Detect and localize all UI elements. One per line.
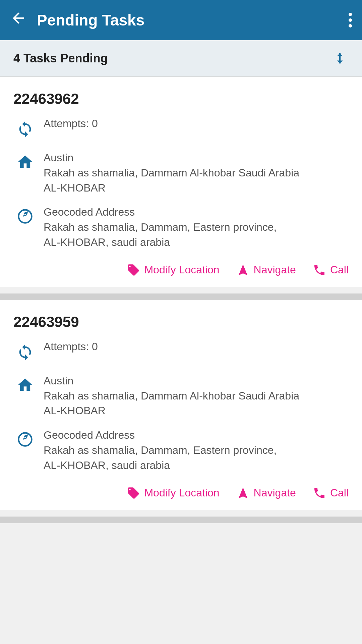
address-row: Austin Rakah as shamalia, Dammam Al-khob… xyxy=(13,373,349,418)
task-actions: Modify Location Navigate Call xyxy=(13,483,349,500)
address-line2: AL-KHOBAR xyxy=(44,403,349,418)
tasks-count-label: 4 Tasks Pending xyxy=(13,51,108,65)
refresh-icon xyxy=(13,340,37,364)
navigate-label: Navigate xyxy=(254,264,296,276)
card-divider xyxy=(0,293,362,300)
call-label: Call xyxy=(330,487,349,499)
modify-location-label: Modify Location xyxy=(144,487,219,499)
geocoded-row: Geocoded Address Rakah as shamalia, Damm… xyxy=(13,205,349,250)
attempts-value: Attempts: 0 xyxy=(44,117,349,130)
back-button[interactable] xyxy=(10,10,27,31)
attempts-row: Attempts: 0 xyxy=(13,340,349,364)
task-id: 22463962 xyxy=(13,91,349,107)
navigate-button[interactable]: Navigate xyxy=(236,263,296,277)
geocoded-text: Geocoded Address Rakah as shamalia, Damm… xyxy=(44,205,349,250)
task-card: 22463962 Attempts: 0 Austin Rakah as sha… xyxy=(0,77,362,287)
address-row: Austin Rakah as shamalia, Dammam Al-khob… xyxy=(13,150,349,195)
attempts-value: Attempts: 0 xyxy=(44,340,349,353)
address-name: Austin xyxy=(44,373,349,388)
overflow-menu-button[interactable] xyxy=(349,13,352,28)
geocoded-line2: AL-KHOBAR, saudi arabia xyxy=(44,235,349,250)
navigate-label: Navigate xyxy=(254,487,296,499)
modify-location-button[interactable]: Modify Location xyxy=(127,486,219,500)
sort-button[interactable] xyxy=(331,50,349,67)
geocoded-text: Geocoded Address Rakah as shamalia, Damm… xyxy=(44,428,349,473)
task-card: 22463959 Attempts: 0 Austin Rakah as sha… xyxy=(0,300,362,510)
address-line1: Rakah as shamalia, Dammam Al-khobar Saud… xyxy=(44,388,349,404)
page-title: Pending Tasks xyxy=(37,11,349,29)
card-divider xyxy=(0,517,362,523)
address-text: Austin Rakah as shamalia, Dammam Al-khob… xyxy=(44,150,349,195)
attempts-row: Attempts: 0 xyxy=(13,117,349,141)
call-button[interactable]: Call xyxy=(313,486,349,500)
geocoded-row: Geocoded Address Rakah as shamalia, Damm… xyxy=(13,428,349,473)
geocoded-label: Geocoded Address xyxy=(44,205,349,220)
geocoded-label: Geocoded Address xyxy=(44,428,349,443)
home-icon xyxy=(13,150,37,174)
task-id: 22463959 xyxy=(13,314,349,330)
call-label: Call xyxy=(330,264,349,276)
geocoded-line1: Rakah as shamalia, Dammam, Eastern provi… xyxy=(44,443,349,458)
address-text: Austin Rakah as shamalia, Dammam Al-khob… xyxy=(44,373,349,418)
refresh-icon xyxy=(13,117,37,141)
compass-icon xyxy=(13,205,37,228)
task-actions: Modify Location Navigate Call xyxy=(13,260,349,277)
navigate-button[interactable]: Navigate xyxy=(236,486,296,500)
address-line2: AL-KHOBAR xyxy=(44,180,349,196)
compass-icon xyxy=(13,428,37,451)
app-header: Pending Tasks xyxy=(0,0,362,40)
call-button[interactable]: Call xyxy=(313,263,349,277)
attempts-text: Attempts: 0 xyxy=(44,117,349,131)
address-line1: Rakah as shamalia, Dammam Al-khobar Saud… xyxy=(44,165,349,180)
geocoded-line2: AL-KHOBAR, saudi arabia xyxy=(44,458,349,473)
modify-location-button[interactable]: Modify Location xyxy=(127,263,219,277)
attempts-text: Attempts: 0 xyxy=(44,340,349,354)
tasks-summary-bar: 4 Tasks Pending xyxy=(0,40,362,77)
modify-location-label: Modify Location xyxy=(144,264,219,276)
home-icon xyxy=(13,373,37,397)
geocoded-line1: Rakah as shamalia, Dammam, Eastern provi… xyxy=(44,220,349,235)
address-name: Austin xyxy=(44,150,349,165)
